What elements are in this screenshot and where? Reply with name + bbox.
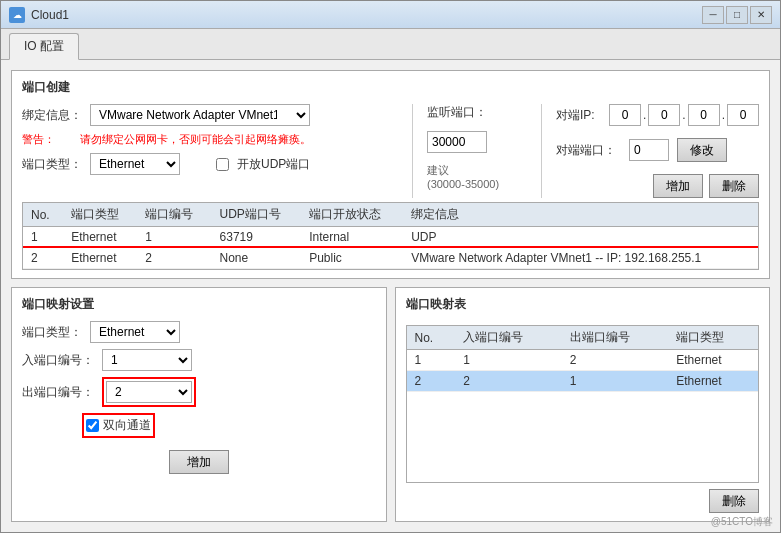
col-no: No. xyxy=(23,203,63,227)
col-status: 端口开放状态 xyxy=(301,203,403,227)
out-port-select[interactable]: 2 1 xyxy=(106,381,192,403)
title-bar: ☁ Cloud1 ─ □ ✕ xyxy=(1,1,780,29)
port-type-label: 端口类型： xyxy=(22,156,82,173)
window: ☁ Cloud1 ─ □ ✕ IO 配置 端口创建 绑定信息： VMware N… xyxy=(0,0,781,533)
watermark: @51CTO博客 xyxy=(711,515,773,529)
map-delete-row: 删除 xyxy=(406,489,760,513)
bidirectional-highlighted: 双向通道 xyxy=(82,413,155,438)
modify-button[interactable]: 修改 xyxy=(677,138,727,162)
bind-info-select[interactable]: VMware Network Adapter VMnet1 -- IP: 192… xyxy=(90,104,310,126)
listen-port-input[interactable]: 30000 xyxy=(427,131,487,153)
bidirectional-checkbox[interactable] xyxy=(86,419,99,432)
bind-info-label: 绑定信息： xyxy=(22,107,82,124)
listen-port-label: 监听端口： xyxy=(427,104,487,121)
divider xyxy=(412,104,413,198)
warning-row: 警告： 请勿绑定公网网卡，否则可能会引起网络瘫痪。 xyxy=(22,132,398,147)
ip-octet-1[interactable] xyxy=(609,104,641,126)
map-table-row-selected[interactable]: 2 2 1 Ethernet xyxy=(407,371,759,392)
port-mapping-settings: 端口映射设置 端口类型： Ethernet 入端口编号： 1 2 xyxy=(11,287,387,522)
port-create-title: 端口创建 xyxy=(22,79,759,96)
mapping-table: No. 入端口编号 出端口编号 端口类型 1 1 2 Ether xyxy=(407,326,759,392)
remote-port-row: 对端端口： 修改 xyxy=(556,138,759,162)
in-port-row: 入端口编号： 1 2 xyxy=(22,349,376,371)
remote-port-input[interactable] xyxy=(629,139,669,161)
ip-octet-4[interactable] xyxy=(727,104,759,126)
map-delete-button[interactable]: 删除 xyxy=(709,489,759,513)
warning-text: 请勿绑定公网网卡，否则可能会引起网络瘫痪。 xyxy=(80,132,311,147)
bidirectional-label: 双向通道 xyxy=(103,417,151,434)
out-port-row: 出端口编号： 2 1 xyxy=(22,377,376,407)
bind-info-row: 绑定信息： VMware Network Adapter VMnet1 -- I… xyxy=(22,104,398,126)
remote-ip-label: 对端IP: xyxy=(556,107,601,124)
remote-port-label: 对端端口： xyxy=(556,142,621,159)
delete-port-button[interactable]: 删除 xyxy=(709,174,759,198)
tab-bar: IO 配置 xyxy=(1,29,780,60)
map-col-out: 出端口编号 xyxy=(562,326,669,350)
divider2 xyxy=(541,104,542,198)
map-add-row: 增加 xyxy=(22,450,376,474)
minimize-button[interactable]: ─ xyxy=(702,6,724,24)
ip-group: . . . xyxy=(609,104,759,126)
map-col-no: No. xyxy=(407,326,456,350)
mapping-table-title: 端口映射表 xyxy=(406,296,760,313)
udp-checkbox[interactable] xyxy=(216,158,229,171)
right-panel: 对端IP: . . . 对端端口： xyxy=(556,104,759,198)
ip-octet-3[interactable] xyxy=(688,104,720,126)
bidirectional-row: 双向通道 xyxy=(82,413,376,438)
window-title: Cloud1 xyxy=(31,8,69,22)
col-bind: 绑定信息 xyxy=(403,203,758,227)
map-port-type-select[interactable]: Ethernet xyxy=(90,321,180,343)
col-port-no: 端口编号 xyxy=(137,203,211,227)
map-port-type-row: 端口类型： Ethernet xyxy=(22,321,376,343)
map-port-type-label: 端口类型： xyxy=(22,324,82,341)
port-type-row: 端口类型： Ethernet 开放UDP端口 xyxy=(22,153,398,175)
port-table-header: No. 端口类型 端口编号 UDP端口号 端口开放状态 绑定信息 xyxy=(23,203,758,227)
suggest-range: (30000-35000) xyxy=(427,178,527,190)
mapping-table-header: No. 入端口编号 出端口编号 端口类型 xyxy=(407,326,759,350)
mapping-table-container: No. 入端口编号 出端口编号 端口类型 1 1 2 Ether xyxy=(406,325,760,483)
col-type: 端口类型 xyxy=(63,203,137,227)
ip-octet-2[interactable] xyxy=(648,104,680,126)
map-col-type: 端口类型 xyxy=(668,326,758,350)
map-add-button[interactable]: 增加 xyxy=(169,450,229,474)
mapping-settings-title: 端口映射设置 xyxy=(22,296,376,313)
listen-port-row: 监听端口： xyxy=(427,104,527,121)
add-delete-row: 增加 删除 xyxy=(556,174,759,198)
bottom-sections: 端口映射设置 端口类型： Ethernet 入端口编号： 1 2 xyxy=(11,287,770,522)
tab-io-config[interactable]: IO 配置 xyxy=(9,33,79,60)
suggest-label: 建议 xyxy=(427,163,527,178)
title-bar-left: ☁ Cloud1 xyxy=(9,7,69,23)
main-content: 端口创建 绑定信息： VMware Network Adapter VMnet1… xyxy=(1,60,780,532)
remote-ip-row: 对端IP: . . . xyxy=(556,104,759,126)
port-mapping-table-section: 端口映射表 No. 入端口编号 出端口编号 端口类型 xyxy=(395,287,771,522)
port-create-section: 端口创建 绑定信息： VMware Network Adapter VMnet1… xyxy=(11,70,770,279)
listen-port-input-row: 30000 xyxy=(427,131,527,153)
maximize-button[interactable]: □ xyxy=(726,6,748,24)
in-port-select[interactable]: 1 2 xyxy=(102,349,192,371)
map-col-in: 入端口编号 xyxy=(455,326,562,350)
listen-panel: 监听端口： 30000 建议 (30000-35000) xyxy=(427,104,527,190)
warning-label: 警告： xyxy=(22,132,72,147)
left-form: 绑定信息： VMware Network Adapter VMnet1 -- I… xyxy=(22,104,398,181)
map-table-row[interactable]: 1 1 2 Ethernet xyxy=(407,350,759,371)
add-port-button[interactable]: 增加 xyxy=(653,174,703,198)
port-table-container: No. 端口类型 端口编号 UDP端口号 端口开放状态 绑定信息 1 Ether… xyxy=(22,202,759,270)
title-buttons: ─ □ ✕ xyxy=(702,6,772,24)
out-port-label: 出端口编号： xyxy=(22,384,94,401)
table-row-selected[interactable]: 2 Ethernet 2 None Public VMware Network … xyxy=(23,248,758,269)
out-port-highlighted: 2 1 xyxy=(102,377,196,407)
suggest-area: 建议 (30000-35000) xyxy=(427,163,527,190)
in-port-label: 入端口编号： xyxy=(22,352,94,369)
port-type-select[interactable]: Ethernet xyxy=(90,153,180,175)
port-table: No. 端口类型 端口编号 UDP端口号 端口开放状态 绑定信息 1 Ether… xyxy=(23,203,758,269)
col-udp: UDP端口号 xyxy=(212,203,302,227)
udp-checkbox-label: 开放UDP端口 xyxy=(237,156,310,173)
table-row[interactable]: 1 Ethernet 1 63719 Internal UDP xyxy=(23,227,758,248)
app-icon: ☁ xyxy=(9,7,25,23)
close-button[interactable]: ✕ xyxy=(750,6,772,24)
